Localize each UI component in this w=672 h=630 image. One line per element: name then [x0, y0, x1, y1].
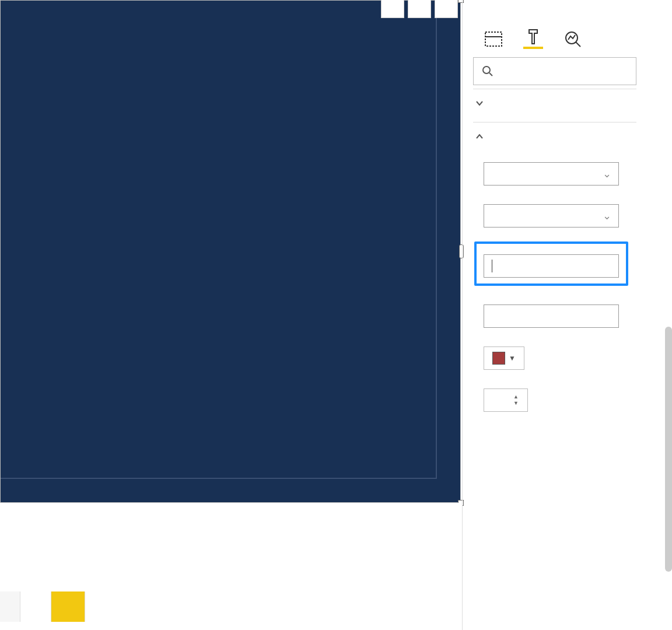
- bubbles-controls: ⌄ ⌄: [473, 155, 636, 414]
- text-caret: [492, 260, 492, 272]
- min-radius-control: [484, 300, 635, 328]
- svg-rect-0: [485, 32, 502, 46]
- visualizations-pane: ⌄ ⌄: [462, 0, 672, 630]
- transparency-spinner[interactable]: ▲▼: [484, 388, 528, 412]
- scrollbar[interactable]: [665, 327, 672, 572]
- fields-tab-icon[interactable]: [484, 29, 503, 49]
- add-page-button[interactable]: [51, 592, 85, 622]
- style-control: ⌄: [484, 158, 635, 186]
- hover-color-picker[interactable]: ▼: [484, 346, 524, 370]
- bubble-layer: [1, 1, 461, 503]
- visual-frame[interactable]: [0, 0, 461, 503]
- shape-select[interactable]: ⌄: [484, 204, 619, 228]
- pane-tabs: [484, 29, 636, 49]
- format-tab-icon[interactable]: [523, 29, 543, 49]
- x-axis-row: [1, 478, 437, 502]
- chevron-down-icon: ⌄: [603, 209, 611, 222]
- chevron-down-icon: ⌄: [603, 167, 611, 180]
- analytics-tab-icon[interactable]: [563, 29, 583, 49]
- search-input[interactable]: [473, 57, 636, 85]
- report-canvas: [0, 0, 462, 630]
- section-grid-lines[interactable]: [473, 89, 636, 118]
- search-icon: [482, 65, 494, 77]
- pane-more-icon[interactable]: [473, 0, 636, 6]
- chevron-up-icon: [475, 131, 485, 144]
- hover-color-control: ▼: [484, 342, 635, 370]
- section-bubbles[interactable]: [473, 122, 636, 152]
- chevron-down-icon: ▼: [509, 354, 516, 362]
- max-radius-highlight: [474, 242, 628, 286]
- min-radius-input[interactable]: [484, 304, 619, 328]
- svg-line-3: [576, 42, 580, 47]
- page-tab-active[interactable]: [20, 592, 51, 622]
- svg-point-4: [483, 66, 490, 74]
- transparency-control: ▲▼: [484, 384, 635, 412]
- chevron-down-icon: [475, 97, 485, 110]
- svg-line-5: [489, 73, 492, 76]
- shape-control: ⌄: [484, 200, 635, 228]
- page-area: [0, 503, 462, 630]
- page-tabs: [0, 592, 85, 622]
- spinner-arrows[interactable]: ▲▼: [513, 394, 526, 407]
- page-tab-prev[interactable]: [0, 592, 20, 622]
- max-radius-input[interactable]: [484, 254, 619, 278]
- color-swatch: [492, 352, 505, 365]
- style-select[interactable]: ⌄: [484, 162, 619, 186]
